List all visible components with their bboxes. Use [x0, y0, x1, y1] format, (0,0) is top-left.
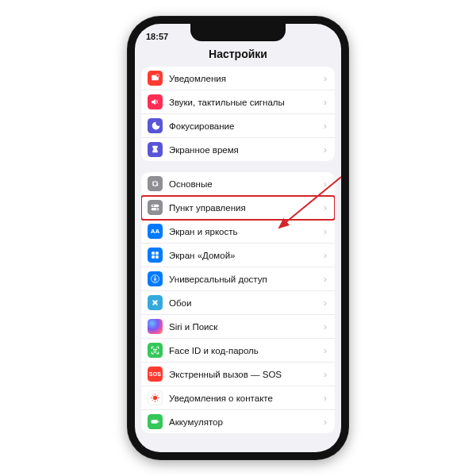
row-label: Универсальный доступ: [169, 274, 317, 284]
row-label: Уведомления: [169, 74, 317, 83]
chevron-right-icon: ›: [324, 225, 327, 237]
svg-point-23: [156, 304, 158, 305]
settings-group: Уведомления › Звуки, тактильные сигналы …: [141, 67, 335, 161]
svg-rect-13: [152, 251, 155, 255]
exposure-icon: [148, 390, 163, 405]
chevron-right-icon: ›: [324, 392, 327, 404]
wallpaper-icon: [148, 295, 163, 310]
row-label: Экстренный вызов — SOS: [169, 370, 317, 379]
siri-icon: [148, 319, 163, 334]
row-label: Обои: [169, 298, 317, 308]
row-label: Face ID и код-пароль: [169, 346, 317, 355]
home-screen-icon: [148, 248, 163, 263]
settings-list[interactable]: Уведомления › Звуки, тактильные сигналы …: [135, 67, 341, 452]
svg-point-24: [153, 349, 154, 350]
settings-row-general[interactable]: Основные ›: [141, 172, 335, 196]
row-label: Звуки, тактильные сигналы: [169, 98, 317, 107]
chevron-right-icon: ›: [324, 144, 327, 155]
battery-settings-icon: [148, 414, 163, 429]
settings-row-wallpaper[interactable]: Обои ›: [141, 291, 335, 315]
phone-frame: 18:57 Настройки: [127, 16, 349, 460]
settings-row-sounds[interactable]: Звуки, тактильные сигналы ›: [141, 90, 335, 114]
settings-row-faceid[interactable]: Face ID и код-пароль ›: [141, 339, 335, 363]
svg-point-8: [156, 74, 159, 77]
svg-point-12: [156, 209, 158, 210]
row-label: Экран и яркость: [169, 227, 317, 236]
svg-point-21: [156, 300, 158, 301]
svg-point-18: [155, 276, 156, 278]
settings-row-battery[interactable]: Аккумулятор ›: [141, 410, 335, 433]
chevron-right-icon: ›: [324, 178, 327, 190]
screentime-icon: [148, 142, 163, 157]
row-label: Фокусирование: [169, 121, 317, 131]
row-label: Аккумулятор: [169, 417, 317, 427]
chevron-right-icon: ›: [324, 273, 327, 285]
row-label: Экранное время: [169, 145, 317, 155]
svg-point-11: [152, 205, 154, 206]
chevron-right-icon: ›: [324, 344, 327, 356]
row-label: Siri и Поиск: [169, 322, 317, 332]
page-title: Настройки: [135, 44, 341, 67]
svg-rect-10: [152, 208, 159, 210]
general-gear-icon: [148, 176, 163, 191]
settings-row-screentime[interactable]: Экранное время ›: [141, 138, 335, 161]
faceid-icon: [148, 343, 163, 358]
chevron-right-icon: ›: [324, 202, 327, 213]
chevron-right-icon: ›: [324, 297, 327, 309]
settings-row-home-screen[interactable]: Экран «Домой» ›: [141, 244, 335, 267]
svg-line-32: [157, 400, 158, 401]
svg-point-20: [152, 300, 154, 301]
settings-row-notifications[interactable]: Уведомления ›: [141, 67, 335, 90]
row-label: Основные: [169, 179, 317, 189]
settings-row-focus[interactable]: Фокусирование ›: [141, 114, 335, 138]
row-label: Пункт управления: [169, 203, 317, 213]
settings-group: Основные › Пункт управления › AA Экран и…: [141, 172, 335, 433]
row-label: Экран «Домой»: [169, 251, 317, 260]
settings-row-sos[interactable]: SOS Экстренный вызов — SOS ›: [141, 363, 335, 386]
sounds-icon: [148, 94, 163, 109]
svg-rect-16: [155, 255, 159, 259]
row-label: Уведомления о контакте: [169, 393, 317, 403]
svg-rect-9: [152, 205, 159, 207]
sos-icon: SOS: [148, 367, 163, 382]
settings-row-control-center[interactable]: Пункт управления ›: [141, 196, 335, 220]
svg-line-31: [152, 395, 153, 396]
chevron-right-icon: ›: [324, 416, 327, 428]
svg-rect-14: [155, 251, 159, 255]
focus-icon: [148, 118, 163, 133]
chevron-right-icon: ›: [324, 321, 327, 332]
svg-rect-15: [152, 255, 155, 259]
chevron-right-icon: ›: [324, 72, 327, 84]
status-time: 18:57: [146, 32, 168, 41]
control-center-icon: [148, 200, 163, 215]
svg-point-25: [156, 349, 157, 350]
notch: [190, 24, 286, 41]
chevron-right-icon: ›: [324, 368, 327, 380]
display-icon: AA: [148, 224, 163, 239]
svg-point-26: [153, 396, 157, 400]
svg-point-22: [152, 304, 154, 305]
svg-line-34: [152, 400, 153, 401]
settings-row-display[interactable]: AA Экран и яркость ›: [141, 220, 335, 244]
svg-line-33: [157, 395, 158, 396]
chevron-right-icon: ›: [324, 249, 327, 261]
chevron-right-icon: ›: [324, 120, 327, 132]
chevron-right-icon: ›: [324, 96, 327, 108]
accessibility-icon: [148, 271, 163, 286]
phone-screen: 18:57 Настройки: [135, 24, 341, 452]
settings-row-accessibility[interactable]: Универсальный доступ ›: [141, 267, 335, 291]
notifications-icon: [148, 71, 163, 86]
settings-row-siri[interactable]: Siri и Поиск ›: [141, 315, 335, 339]
svg-rect-36: [158, 420, 159, 422]
svg-rect-35: [152, 420, 158, 423]
settings-row-exposure[interactable]: Уведомления о контакте ›: [141, 386, 335, 410]
